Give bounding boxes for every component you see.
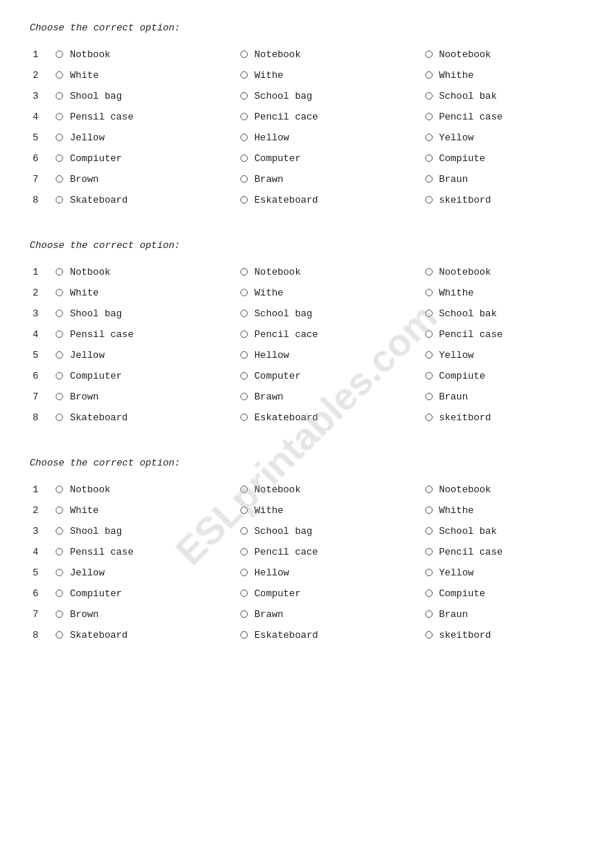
- radio-circle-icon[interactable]: [237, 106, 252, 127]
- option-1-text: Shool bag: [67, 303, 214, 324]
- radio-circle-icon[interactable]: [53, 261, 67, 282]
- radio-circle-icon[interactable]: [53, 127, 67, 148]
- radio-circle-icon[interactable]: [422, 521, 436, 541]
- radio-circle-icon[interactable]: [237, 365, 252, 386]
- radio-circle-icon[interactable]: [422, 604, 436, 624]
- radio-circle-icon[interactable]: [422, 583, 436, 604]
- radio-circle-icon[interactable]: [237, 521, 252, 541]
- option-2-text: Notebook: [252, 44, 399, 65]
- row-number: 1: [30, 261, 53, 282]
- option-1-text: Brown: [67, 604, 214, 624]
- radio-circle-icon[interactable]: [237, 541, 252, 562]
- radio-circle-icon[interactable]: [237, 386, 252, 407]
- radio-circle-icon[interactable]: [53, 479, 67, 500]
- option-2-text: Hellow: [252, 562, 399, 583]
- radio-circle-icon[interactable]: [53, 324, 67, 345]
- option-1-text: Brown: [67, 386, 214, 407]
- radio-circle-icon[interactable]: [422, 282, 436, 303]
- radio-circle-icon[interactable]: [53, 85, 67, 106]
- radio-circle-icon[interactable]: [53, 583, 67, 604]
- option-2-text: Brawn: [252, 604, 399, 624]
- row-number: 1: [30, 479, 53, 500]
- option-1-text: Compiuter: [67, 365, 214, 386]
- option-2-text: Notebook: [252, 261, 399, 282]
- radio-circle-icon[interactable]: [422, 345, 436, 365]
- radio-circle-icon[interactable]: [237, 127, 252, 148]
- radio-circle-icon[interactable]: [53, 345, 67, 365]
- radio-circle-icon[interactable]: [237, 624, 252, 645]
- separator: [399, 169, 422, 189]
- option-1-text: Notbook: [67, 261, 214, 282]
- radio-circle-icon[interactable]: [53, 282, 67, 303]
- separator: [214, 169, 237, 189]
- radio-circle-icon[interactable]: [237, 407, 252, 428]
- option-1-text: White: [67, 500, 214, 521]
- radio-circle-icon[interactable]: [237, 583, 252, 604]
- radio-circle-icon[interactable]: [422, 407, 436, 428]
- radio-circle-icon[interactable]: [237, 345, 252, 365]
- option-1-text: Jellow: [67, 127, 214, 148]
- radio-circle-icon[interactable]: [237, 44, 252, 65]
- radio-circle-icon[interactable]: [237, 562, 252, 583]
- radio-circle-icon[interactable]: [237, 604, 252, 624]
- radio-circle-icon[interactable]: [53, 106, 67, 127]
- radio-circle-icon[interactable]: [422, 562, 436, 583]
- radio-circle-icon[interactable]: [237, 148, 252, 169]
- separator: [399, 583, 422, 604]
- radio-circle-icon[interactable]: [422, 148, 436, 169]
- option-2-text: Eskateboard: [252, 407, 399, 428]
- radio-circle-icon[interactable]: [53, 189, 67, 210]
- radio-circle-icon[interactable]: [53, 562, 67, 583]
- radio-circle-icon[interactable]: [422, 85, 436, 106]
- radio-circle-icon[interactable]: [53, 624, 67, 645]
- radio-circle-icon[interactable]: [53, 500, 67, 521]
- radio-circle-icon[interactable]: [422, 365, 436, 386]
- radio-circle-icon[interactable]: [237, 282, 252, 303]
- radio-circle-icon[interactable]: [53, 169, 67, 189]
- radio-circle-icon[interactable]: [53, 65, 67, 85]
- radio-circle-icon[interactable]: [53, 365, 67, 386]
- radio-circle-icon[interactable]: [422, 624, 436, 645]
- row-number: 6: [30, 365, 53, 386]
- table-row: 4Pensil casePencil cacePencil case: [30, 324, 583, 345]
- option-3-text: Compiute: [436, 583, 583, 604]
- radio-circle-icon[interactable]: [237, 479, 252, 500]
- radio-circle-icon[interactable]: [53, 386, 67, 407]
- option-1-text: Skateboard: [67, 407, 214, 428]
- separator: [399, 44, 422, 65]
- radio-circle-icon[interactable]: [422, 169, 436, 189]
- radio-circle-icon[interactable]: [237, 324, 252, 345]
- radio-circle-icon[interactable]: [422, 303, 436, 324]
- radio-circle-icon[interactable]: [53, 303, 67, 324]
- radio-circle-icon[interactable]: [237, 303, 252, 324]
- radio-circle-icon[interactable]: [422, 500, 436, 521]
- radio-circle-icon[interactable]: [237, 85, 252, 106]
- radio-circle-icon[interactable]: [422, 261, 436, 282]
- option-2-text: Notebook: [252, 479, 399, 500]
- radio-circle-icon[interactable]: [237, 65, 252, 85]
- radio-circle-icon[interactable]: [237, 169, 252, 189]
- radio-circle-icon[interactable]: [53, 407, 67, 428]
- radio-circle-icon[interactable]: [53, 148, 67, 169]
- row-number: 7: [30, 386, 53, 407]
- radio-circle-icon[interactable]: [53, 541, 67, 562]
- separator: [399, 345, 422, 365]
- radio-circle-icon[interactable]: [422, 189, 436, 210]
- radio-circle-icon[interactable]: [422, 106, 436, 127]
- radio-circle-icon[interactable]: [422, 479, 436, 500]
- radio-circle-icon[interactable]: [422, 127, 436, 148]
- radio-circle-icon[interactable]: [53, 44, 67, 65]
- radio-circle-icon[interactable]: [422, 324, 436, 345]
- radio-circle-icon[interactable]: [53, 604, 67, 624]
- row-number: 5: [30, 562, 53, 583]
- radio-circle-icon[interactable]: [422, 541, 436, 562]
- radio-circle-icon[interactable]: [422, 386, 436, 407]
- radio-circle-icon[interactable]: [422, 44, 436, 65]
- radio-circle-icon[interactable]: [53, 521, 67, 541]
- radio-circle-icon[interactable]: [422, 65, 436, 85]
- option-3-text: Pencil case: [436, 541, 583, 562]
- radio-circle-icon[interactable]: [237, 189, 252, 210]
- radio-circle-icon[interactable]: [237, 500, 252, 521]
- separator: [214, 189, 237, 210]
- radio-circle-icon[interactable]: [237, 261, 252, 282]
